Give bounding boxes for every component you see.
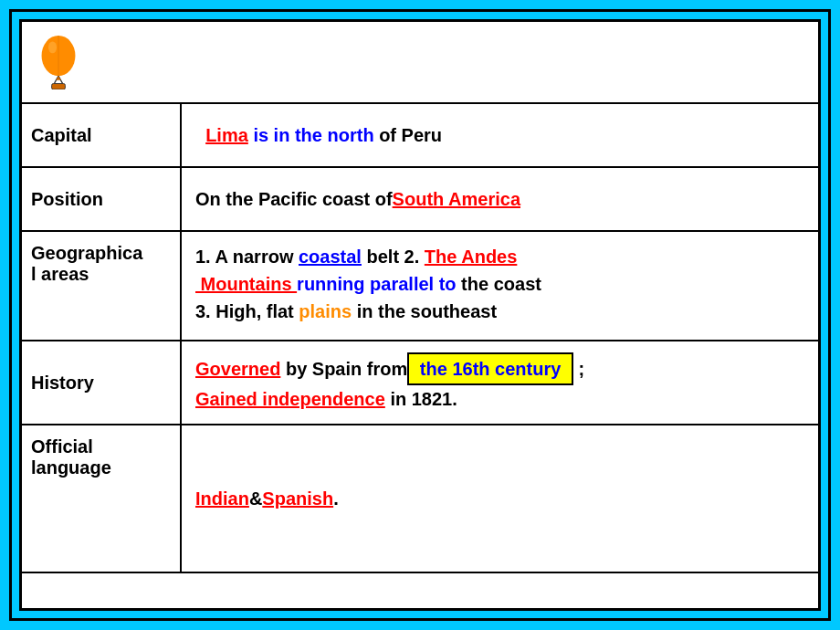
history-line2: Gained independence in 1821.	[195, 385, 804, 413]
geo-line1: 1. A narrow coastal belt 2. The Andes	[195, 243, 804, 270]
table-row-position: Position On the Pacific coast of South A…	[22, 168, 818, 232]
label-history: History	[22, 341, 182, 424]
header-row	[22, 22, 818, 104]
geo-line2: Mountains running parallel to the coast	[195, 270, 804, 298]
content-capital: Lima is in the north of Peru	[182, 104, 818, 166]
geo-andes: The Andes	[425, 247, 518, 267]
content-position: On the Pacific coast of South America	[182, 168, 818, 230]
history-century: the 16th century	[407, 352, 573, 385]
geo-mountains: Mountains	[195, 274, 297, 294]
content-history: Governed by Spain from the 16th century …	[182, 341, 818, 424]
bottom-bar	[22, 572, 818, 608]
capital-text: is in the north	[253, 121, 373, 149]
outer-frame: Capital Lima is in the north of Peru Pos…	[9, 9, 831, 621]
position-pre: On the Pacific coast of	[195, 185, 393, 213]
balloon-icon	[36, 35, 81, 89]
inner-frame: Capital Lima is in the north of Peru Pos…	[19, 19, 821, 611]
table-row-history: History Governed by Spain from the 16th …	[22, 341, 818, 425]
history-governed: Governed	[195, 359, 280, 379]
svg-point-1	[48, 41, 57, 53]
table-row-capital: Capital Lima is in the north of Peru	[22, 104, 818, 168]
label-position: Position	[22, 168, 182, 230]
label-capital: Capital	[22, 104, 182, 166]
geo-coastal: coastal	[299, 247, 362, 267]
svg-rect-4	[52, 84, 66, 89]
content-language: Indian & Spanish .	[182, 425, 818, 572]
lang-spanish: Spanish	[262, 485, 333, 512]
lang-indian: Indian	[195, 485, 249, 512]
history-line1: Governed by Spain from the 16th century …	[195, 352, 804, 385]
content-geo: 1. A narrow coastal belt 2. The Andes Mo…	[182, 232, 818, 340]
position-sa: South America	[393, 185, 520, 213]
table-row-geo: Geographical areas 1. A narrow coastal b…	[22, 232, 818, 341]
table-row-language: Officiallanguage Indian & Spanish .	[22, 425, 818, 572]
info-table: Capital Lima is in the north of Peru Pos…	[22, 104, 818, 572]
geo-line3: 3. High, flat plains in the southeast	[195, 298, 804, 325]
history-gained: Gained independence	[195, 389, 385, 409]
geo-plains: plains	[299, 301, 352, 321]
capital-lima: Lima	[205, 121, 248, 149]
label-language: Officiallanguage	[22, 425, 182, 572]
label-geo: Geographical areas	[22, 232, 182, 340]
